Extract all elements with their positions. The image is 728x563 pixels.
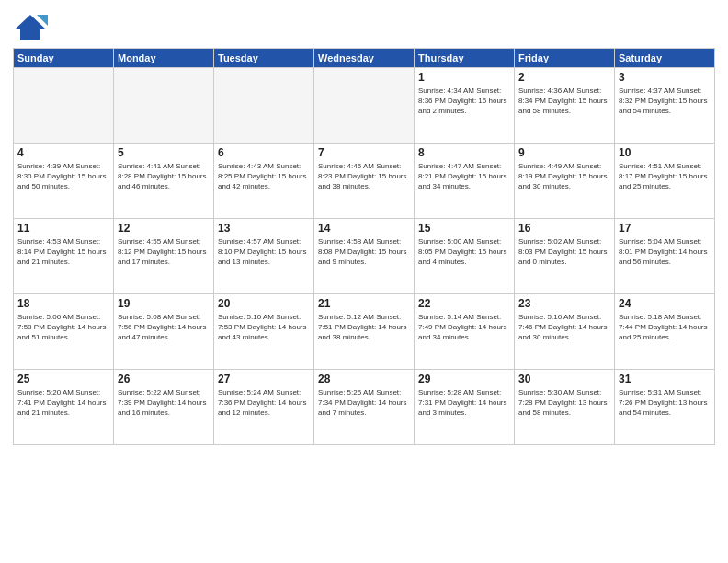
day-info: Sunrise: 5:16 AM Sunset: 7:46 PM Dayligh… [518,312,610,343]
logo-icon [13,13,48,42]
day-number: 22 [418,297,510,310]
day-number: 30 [518,373,610,385]
calendar-cell: 12Sunrise: 4:55 AM Sunset: 8:12 PM Dayli… [114,219,214,294]
day-info: Sunrise: 4:45 AM Sunset: 8:23 PM Dayligh… [318,161,410,192]
day-number: 28 [318,373,410,385]
calendar-table: SundayMondayTuesdayWednesdayThursdayFrid… [13,48,715,445]
day-number: 21 [318,297,410,310]
calendar-cell: 17Sunrise: 5:04 AM Sunset: 8:01 PM Dayli… [615,219,715,294]
day-number: 31 [619,373,711,385]
day-number: 6 [218,146,310,159]
day-info: Sunrise: 5:08 AM Sunset: 7:56 PM Dayligh… [118,312,210,343]
day-info: Sunrise: 5:26 AM Sunset: 7:34 PM Dayligh… [318,387,410,419]
day-info: Sunrise: 4:49 AM Sunset: 8:19 PM Dayligh… [518,161,610,192]
calendar-cell: 23Sunrise: 5:16 AM Sunset: 7:46 PM Dayli… [515,294,615,370]
calendar-cell: 5Sunrise: 4:41 AM Sunset: 8:28 PM Daylig… [114,144,214,219]
calendar-cell: 28Sunrise: 5:26 AM Sunset: 7:34 PM Dayli… [314,370,415,445]
calendar-cell: 13Sunrise: 4:57 AM Sunset: 8:10 PM Dayli… [214,219,314,294]
header-monday: Monday [114,49,214,68]
week-row-1: 1Sunrise: 4:34 AM Sunset: 8:36 PM Daylig… [14,68,715,144]
day-number: 23 [518,297,610,310]
day-info: Sunrise: 4:58 AM Sunset: 8:08 PM Dayligh… [318,236,410,268]
calendar-cell: 19Sunrise: 5:08 AM Sunset: 7:56 PM Dayli… [114,294,214,370]
calendar-cell: 4Sunrise: 4:39 AM Sunset: 8:30 PM Daylig… [14,144,114,219]
day-number: 11 [17,222,109,235]
day-info: Sunrise: 4:47 AM Sunset: 8:21 PM Dayligh… [418,161,510,192]
calendar-cell: 9Sunrise: 4:49 AM Sunset: 8:19 PM Daylig… [515,144,615,219]
calendar-cell: 29Sunrise: 5:28 AM Sunset: 7:31 PM Dayli… [415,370,515,445]
day-info: Sunrise: 5:02 AM Sunset: 8:03 PM Dayligh… [518,236,610,268]
day-info: Sunrise: 4:39 AM Sunset: 8:30 PM Dayligh… [17,161,109,192]
header-thursday: Thursday [415,49,515,68]
day-info: Sunrise: 4:43 AM Sunset: 8:25 PM Dayligh… [218,161,310,192]
day-number: 5 [118,146,210,159]
calendar-cell: 16Sunrise: 5:02 AM Sunset: 8:03 PM Dayli… [515,219,615,294]
header-wednesday: Wednesday [314,49,415,68]
week-row-2: 4Sunrise: 4:39 AM Sunset: 8:30 PM Daylig… [14,144,715,219]
calendar-cell: 3Sunrise: 4:37 AM Sunset: 8:32 PM Daylig… [615,68,715,144]
day-number: 18 [17,297,109,310]
day-number: 2 [518,71,610,84]
calendar-cell: 7Sunrise: 4:45 AM Sunset: 8:23 PM Daylig… [314,144,415,219]
day-number: 24 [619,297,711,310]
calendar-cell: 2Sunrise: 4:36 AM Sunset: 8:34 PM Daylig… [515,68,615,144]
day-number: 16 [518,222,610,235]
day-number: 20 [218,297,310,310]
day-number: 9 [518,146,610,159]
day-info: Sunrise: 5:28 AM Sunset: 7:31 PM Dayligh… [418,387,510,419]
day-number: 26 [118,373,210,385]
calendar-cell: 15Sunrise: 5:00 AM Sunset: 8:05 PM Dayli… [415,219,515,294]
day-info: Sunrise: 4:53 AM Sunset: 8:14 PM Dayligh… [17,236,109,268]
header [13,9,715,42]
calendar-cell: 10Sunrise: 4:51 AM Sunset: 8:17 PM Dayli… [615,144,715,219]
day-info: Sunrise: 5:24 AM Sunset: 7:36 PM Dayligh… [218,387,310,419]
calendar-cell: 27Sunrise: 5:24 AM Sunset: 7:36 PM Dayli… [214,370,314,445]
calendar-cell: 24Sunrise: 5:18 AM Sunset: 7:44 PM Dayli… [615,294,715,370]
day-info: Sunrise: 4:51 AM Sunset: 8:17 PM Dayligh… [619,161,711,192]
logo [13,13,50,42]
calendar-cell: 25Sunrise: 5:20 AM Sunset: 7:41 PM Dayli… [14,370,114,445]
header-tuesday: Tuesday [214,49,314,68]
calendar-cell: 18Sunrise: 5:06 AM Sunset: 7:58 PM Dayli… [14,294,114,370]
calendar-cell: 8Sunrise: 4:47 AM Sunset: 8:21 PM Daylig… [415,144,515,219]
day-info: Sunrise: 5:06 AM Sunset: 7:58 PM Dayligh… [17,312,109,343]
day-info: Sunrise: 5:20 AM Sunset: 7:41 PM Dayligh… [17,387,109,419]
day-info: Sunrise: 4:41 AM Sunset: 8:28 PM Dayligh… [118,161,210,192]
day-info: Sunrise: 5:10 AM Sunset: 7:53 PM Dayligh… [218,312,310,343]
calendar-cell: 31Sunrise: 5:31 AM Sunset: 7:26 PM Dayli… [615,370,715,445]
day-info: Sunrise: 5:22 AM Sunset: 7:39 PM Dayligh… [118,387,210,419]
calendar-cell: 26Sunrise: 5:22 AM Sunset: 7:39 PM Dayli… [114,370,214,445]
day-info: Sunrise: 4:36 AM Sunset: 8:34 PM Dayligh… [518,86,610,117]
day-number: 4 [17,146,109,159]
calendar-cell: 22Sunrise: 5:14 AM Sunset: 7:49 PM Dayli… [415,294,515,370]
calendar-header-row: SundayMondayTuesdayWednesdayThursdayFrid… [14,49,715,68]
day-info: Sunrise: 4:57 AM Sunset: 8:10 PM Dayligh… [218,236,310,268]
day-info: Sunrise: 5:00 AM Sunset: 8:05 PM Dayligh… [418,236,510,268]
day-number: 27 [218,373,310,385]
day-number: 7 [318,146,410,159]
header-sunday: Sunday [14,49,114,68]
day-info: Sunrise: 5:31 AM Sunset: 7:26 PM Dayligh… [619,387,711,419]
day-number: 3 [619,71,711,84]
day-number: 13 [218,222,310,235]
day-number: 1 [418,71,510,84]
day-info: Sunrise: 5:30 AM Sunset: 7:28 PM Dayligh… [518,387,610,419]
header-saturday: Saturday [615,49,715,68]
calendar-cell: 30Sunrise: 5:30 AM Sunset: 7:28 PM Dayli… [515,370,615,445]
day-info: Sunrise: 5:18 AM Sunset: 7:44 PM Dayligh… [619,312,711,343]
calendar-cell [214,68,314,144]
day-number: 8 [418,146,510,159]
day-info: Sunrise: 4:37 AM Sunset: 8:32 PM Dayligh… [619,86,711,117]
calendar-cell: 21Sunrise: 5:12 AM Sunset: 7:51 PM Dayli… [314,294,415,370]
day-info: Sunrise: 5:12 AM Sunset: 7:51 PM Dayligh… [318,312,410,343]
day-info: Sunrise: 4:55 AM Sunset: 8:12 PM Dayligh… [118,236,210,268]
week-row-3: 11Sunrise: 4:53 AM Sunset: 8:14 PM Dayli… [14,219,715,294]
calendar-cell [14,68,114,144]
day-number: 17 [619,222,711,235]
day-number: 25 [17,373,109,385]
day-number: 14 [318,222,410,235]
calendar-cell: 14Sunrise: 4:58 AM Sunset: 8:08 PM Dayli… [314,219,415,294]
day-number: 12 [118,222,210,235]
header-friday: Friday [515,49,615,68]
week-row-4: 18Sunrise: 5:06 AM Sunset: 7:58 PM Dayli… [14,294,715,370]
